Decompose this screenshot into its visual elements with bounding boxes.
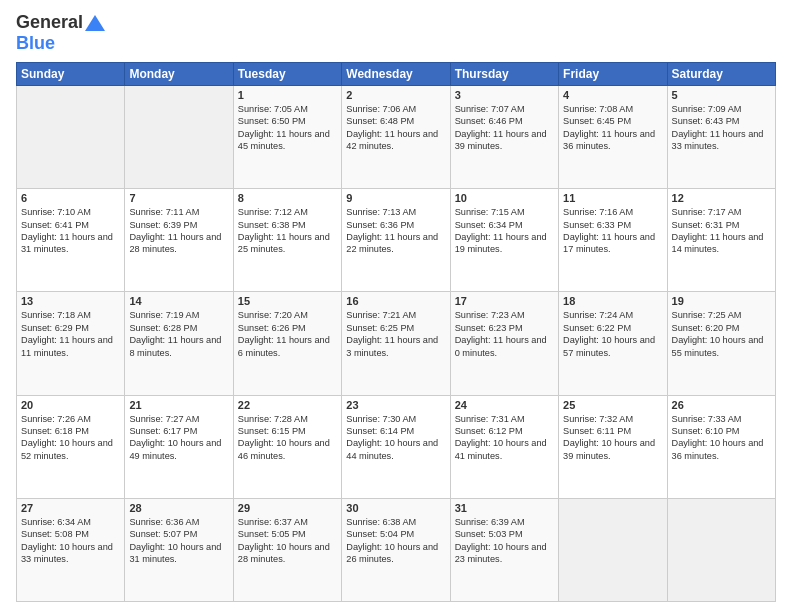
calendar-cell: 29Sunrise: 6:37 AM Sunset: 5:05 PM Dayli…: [233, 498, 341, 601]
day-number: 8: [238, 192, 337, 204]
logo-icon: [85, 15, 105, 31]
day-number: 9: [346, 192, 445, 204]
day-number: 12: [672, 192, 771, 204]
calendar-week-row: 1Sunrise: 7:05 AM Sunset: 6:50 PM Daylig…: [17, 86, 776, 189]
day-number: 26: [672, 399, 771, 411]
cell-content: Sunrise: 7:17 AM Sunset: 6:31 PM Dayligh…: [672, 206, 771, 256]
page: General Blue SundayMondayTuesdayWednesda…: [0, 0, 792, 612]
calendar-week-row: 27Sunrise: 6:34 AM Sunset: 5:08 PM Dayli…: [17, 498, 776, 601]
calendar-cell: 30Sunrise: 6:38 AM Sunset: 5:04 PM Dayli…: [342, 498, 450, 601]
calendar-cell: 27Sunrise: 6:34 AM Sunset: 5:08 PM Dayli…: [17, 498, 125, 601]
day-number: 31: [455, 502, 554, 514]
day-number: 11: [563, 192, 662, 204]
cell-content: Sunrise: 6:38 AM Sunset: 5:04 PM Dayligh…: [346, 516, 445, 566]
cell-content: Sunrise: 7:18 AM Sunset: 6:29 PM Dayligh…: [21, 309, 120, 359]
cell-content: Sunrise: 7:24 AM Sunset: 6:22 PM Dayligh…: [563, 309, 662, 359]
cell-content: Sunrise: 7:10 AM Sunset: 6:41 PM Dayligh…: [21, 206, 120, 256]
day-header-tuesday: Tuesday: [233, 63, 341, 86]
calendar-cell: 4Sunrise: 7:08 AM Sunset: 6:45 PM Daylig…: [559, 86, 667, 189]
calendar-week-row: 20Sunrise: 7:26 AM Sunset: 6:18 PM Dayli…: [17, 395, 776, 498]
day-number: 7: [129, 192, 228, 204]
cell-content: Sunrise: 7:32 AM Sunset: 6:11 PM Dayligh…: [563, 413, 662, 463]
calendar-cell: 20Sunrise: 7:26 AM Sunset: 6:18 PM Dayli…: [17, 395, 125, 498]
calendar-cell: 5Sunrise: 7:09 AM Sunset: 6:43 PM Daylig…: [667, 86, 775, 189]
day-number: 1: [238, 89, 337, 101]
calendar-cell: 8Sunrise: 7:12 AM Sunset: 6:38 PM Daylig…: [233, 189, 341, 292]
day-number: 3: [455, 89, 554, 101]
cell-content: Sunrise: 7:16 AM Sunset: 6:33 PM Dayligh…: [563, 206, 662, 256]
day-number: 20: [21, 399, 120, 411]
calendar-cell: 22Sunrise: 7:28 AM Sunset: 6:15 PM Dayli…: [233, 395, 341, 498]
cell-content: Sunrise: 7:12 AM Sunset: 6:38 PM Dayligh…: [238, 206, 337, 256]
calendar-cell: 9Sunrise: 7:13 AM Sunset: 6:36 PM Daylig…: [342, 189, 450, 292]
day-number: 10: [455, 192, 554, 204]
day-number: 29: [238, 502, 337, 514]
cell-content: Sunrise: 7:13 AM Sunset: 6:36 PM Dayligh…: [346, 206, 445, 256]
calendar-cell: 18Sunrise: 7:24 AM Sunset: 6:22 PM Dayli…: [559, 292, 667, 395]
day-header-saturday: Saturday: [667, 63, 775, 86]
calendar-cell: [667, 498, 775, 601]
day-header-wednesday: Wednesday: [342, 63, 450, 86]
day-header-thursday: Thursday: [450, 63, 558, 86]
calendar-cell: 21Sunrise: 7:27 AM Sunset: 6:17 PM Dayli…: [125, 395, 233, 498]
day-number: 28: [129, 502, 228, 514]
header: General Blue: [16, 12, 776, 54]
day-number: 14: [129, 295, 228, 307]
calendar-cell: 15Sunrise: 7:20 AM Sunset: 6:26 PM Dayli…: [233, 292, 341, 395]
logo-general-text: General: [16, 12, 83, 33]
calendar-cell: 14Sunrise: 7:19 AM Sunset: 6:28 PM Dayli…: [125, 292, 233, 395]
cell-content: Sunrise: 7:20 AM Sunset: 6:26 PM Dayligh…: [238, 309, 337, 359]
calendar-week-row: 13Sunrise: 7:18 AM Sunset: 6:29 PM Dayli…: [17, 292, 776, 395]
calendar-cell: 13Sunrise: 7:18 AM Sunset: 6:29 PM Dayli…: [17, 292, 125, 395]
logo: General Blue: [16, 12, 105, 54]
day-number: 15: [238, 295, 337, 307]
calendar-cell: 6Sunrise: 7:10 AM Sunset: 6:41 PM Daylig…: [17, 189, 125, 292]
cell-content: Sunrise: 7:08 AM Sunset: 6:45 PM Dayligh…: [563, 103, 662, 153]
day-number: 16: [346, 295, 445, 307]
calendar-cell: 16Sunrise: 7:21 AM Sunset: 6:25 PM Dayli…: [342, 292, 450, 395]
cell-content: Sunrise: 7:05 AM Sunset: 6:50 PM Dayligh…: [238, 103, 337, 153]
cell-content: Sunrise: 7:07 AM Sunset: 6:46 PM Dayligh…: [455, 103, 554, 153]
cell-content: Sunrise: 6:37 AM Sunset: 5:05 PM Dayligh…: [238, 516, 337, 566]
cell-content: Sunrise: 7:09 AM Sunset: 6:43 PM Dayligh…: [672, 103, 771, 153]
calendar-cell: 11Sunrise: 7:16 AM Sunset: 6:33 PM Dayli…: [559, 189, 667, 292]
cell-content: Sunrise: 7:30 AM Sunset: 6:14 PM Dayligh…: [346, 413, 445, 463]
cell-content: Sunrise: 7:21 AM Sunset: 6:25 PM Dayligh…: [346, 309, 445, 359]
cell-content: Sunrise: 7:25 AM Sunset: 6:20 PM Dayligh…: [672, 309, 771, 359]
calendar-cell: 25Sunrise: 7:32 AM Sunset: 6:11 PM Dayli…: [559, 395, 667, 498]
calendar-cell: 2Sunrise: 7:06 AM Sunset: 6:48 PM Daylig…: [342, 86, 450, 189]
day-number: 4: [563, 89, 662, 101]
day-number: 18: [563, 295, 662, 307]
day-number: 13: [21, 295, 120, 307]
calendar-cell: 1Sunrise: 7:05 AM Sunset: 6:50 PM Daylig…: [233, 86, 341, 189]
calendar-cell: [125, 86, 233, 189]
calendar-cell: [17, 86, 125, 189]
calendar-header-row: SundayMondayTuesdayWednesdayThursdayFrid…: [17, 63, 776, 86]
calendar-table: SundayMondayTuesdayWednesdayThursdayFrid…: [16, 62, 776, 602]
cell-content: Sunrise: 7:15 AM Sunset: 6:34 PM Dayligh…: [455, 206, 554, 256]
calendar-cell: 7Sunrise: 7:11 AM Sunset: 6:39 PM Daylig…: [125, 189, 233, 292]
day-number: 24: [455, 399, 554, 411]
day-number: 17: [455, 295, 554, 307]
calendar-cell: [559, 498, 667, 601]
day-number: 21: [129, 399, 228, 411]
calendar-cell: 26Sunrise: 7:33 AM Sunset: 6:10 PM Dayli…: [667, 395, 775, 498]
calendar-cell: 10Sunrise: 7:15 AM Sunset: 6:34 PM Dayli…: [450, 189, 558, 292]
day-header-friday: Friday: [559, 63, 667, 86]
cell-content: Sunrise: 7:27 AM Sunset: 6:17 PM Dayligh…: [129, 413, 228, 463]
cell-content: Sunrise: 7:06 AM Sunset: 6:48 PM Dayligh…: [346, 103, 445, 153]
day-number: 19: [672, 295, 771, 307]
cell-content: Sunrise: 6:36 AM Sunset: 5:07 PM Dayligh…: [129, 516, 228, 566]
cell-content: Sunrise: 7:26 AM Sunset: 6:18 PM Dayligh…: [21, 413, 120, 463]
day-number: 22: [238, 399, 337, 411]
cell-content: Sunrise: 7:23 AM Sunset: 6:23 PM Dayligh…: [455, 309, 554, 359]
cell-content: Sunrise: 7:33 AM Sunset: 6:10 PM Dayligh…: [672, 413, 771, 463]
day-number: 23: [346, 399, 445, 411]
calendar-cell: 28Sunrise: 6:36 AM Sunset: 5:07 PM Dayli…: [125, 498, 233, 601]
calendar-cell: 3Sunrise: 7:07 AM Sunset: 6:46 PM Daylig…: [450, 86, 558, 189]
calendar-cell: 17Sunrise: 7:23 AM Sunset: 6:23 PM Dayli…: [450, 292, 558, 395]
calendar-cell: 24Sunrise: 7:31 AM Sunset: 6:12 PM Dayli…: [450, 395, 558, 498]
day-header-sunday: Sunday: [17, 63, 125, 86]
calendar-week-row: 6Sunrise: 7:10 AM Sunset: 6:41 PM Daylig…: [17, 189, 776, 292]
cell-content: Sunrise: 6:34 AM Sunset: 5:08 PM Dayligh…: [21, 516, 120, 566]
